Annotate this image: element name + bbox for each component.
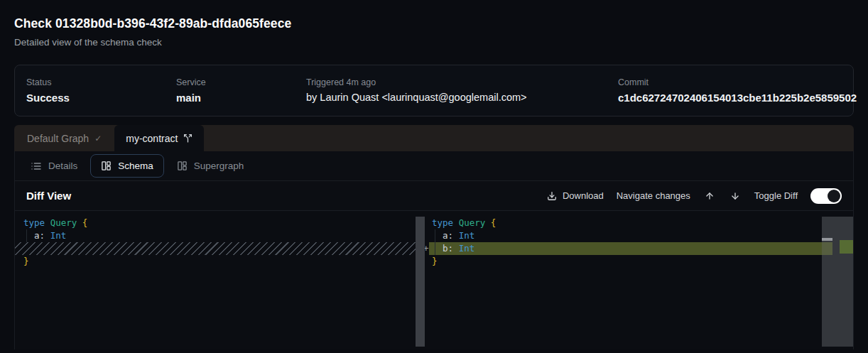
summary-triggered: Triggered 4m ago by Laurin Quast <laurin…: [306, 77, 618, 104]
tab-default-graph[interactable]: Default Graph ✓: [14, 125, 114, 151]
diff-after-code: type Query { a: Int+ b: Int}: [425, 217, 853, 268]
diff-controls: Download Navigate changes: [547, 188, 842, 204]
summary-service: Service main: [176, 77, 306, 104]
layout-icon: [177, 161, 188, 171]
tab-schema-label: Schema: [118, 161, 153, 171]
code-line: }: [15, 255, 425, 268]
check-summary-card: Status Success Service main Triggered 4m…: [14, 65, 854, 116]
summary-commit: Commit c1dc62724702406154013cbe11b225b2e…: [618, 77, 857, 104]
page-subtitle: Detailed view of the schema check: [14, 36, 854, 49]
removed-line-placeholder: [15, 242, 425, 255]
tab-my-contract[interactable]: my-contract: [114, 125, 204, 151]
download-button[interactable]: Download: [547, 190, 604, 201]
download-icon: [547, 191, 557, 201]
diff-before-code: type Query { a: Int}: [15, 217, 425, 268]
triggered-label: Triggered 4m ago: [306, 77, 618, 88]
page: Check 01328b0d-b396-43f2-89ab-dfda065fee…: [0, 0, 868, 349]
diff-pane-before: type Query { a: Int}: [15, 211, 425, 349]
previous-change-button[interactable]: [703, 191, 716, 201]
download-label: Download: [563, 190, 604, 201]
arrow-down-icon: [730, 191, 740, 201]
status-value: Success: [26, 91, 176, 104]
code-line: type Query {: [425, 217, 853, 229]
schema-diff-editor: type Query { a: Int} type Query { a: Int…: [15, 211, 853, 349]
graph-tabbar: Default Graph ✓ my-contract: [14, 125, 854, 151]
diff-view-title: Diff View: [26, 190, 71, 202]
list-icon: [31, 161, 42, 172]
added-code-line: + b: Int: [429, 242, 822, 255]
added-line-plus-sign: +: [425, 242, 429, 255]
check-panel: Details Schema Supergraph: [14, 151, 854, 349]
service-label: Service: [176, 77, 306, 88]
tab-default-graph-label: Default Graph: [27, 133, 89, 144]
service-value: main: [176, 91, 306, 104]
navigate-changes-label: Navigate changes: [617, 190, 690, 201]
toggle-diff-switch[interactable]: [810, 188, 842, 204]
split-icon: [183, 134, 192, 143]
tab-details[interactable]: Details: [22, 151, 86, 181]
code-line: type Query {: [15, 217, 425, 229]
triggered-value: by Laurin Quast <laurinquast@googlemail.…: [306, 91, 618, 104]
toggle-diff-label: Toggle Diff: [754, 190, 798, 201]
scrollbar-thumb[interactable]: [822, 238, 832, 241]
diff-toolbar: Diff View Download Navigate changes: [15, 181, 853, 211]
code-line: }: [425, 255, 853, 268]
next-change-button[interactable]: [729, 191, 742, 201]
added-line-marker: [822, 242, 832, 255]
view-tabs: Details Schema Supergraph: [15, 151, 853, 181]
overview-ruler-added-marker: [840, 240, 853, 254]
summary-status: Status Success: [26, 77, 176, 104]
after-scrollbar[interactable]: [822, 217, 853, 347]
tab-supergraph[interactable]: Supergraph: [168, 151, 253, 181]
layout-icon: [101, 161, 112, 171]
arrow-up-icon: [705, 191, 715, 201]
commit-label: Commit: [618, 77, 857, 88]
status-label: Status: [26, 77, 176, 88]
tab-my-contract-label: my-contract: [126, 133, 178, 144]
before-scrollbar[interactable]: [416, 217, 425, 347]
tab-details-label: Details: [48, 161, 77, 171]
tab-schema[interactable]: Schema: [90, 154, 164, 178]
page-title: Check 01328b0d-b396-43f2-89ab-dfda065fee…: [14, 14, 854, 33]
code-line: a: Int: [425, 229, 853, 242]
check-icon: ✓: [94, 134, 102, 143]
commit-value: c1dc62724702406154013cbe11b225b2e5859502: [618, 91, 857, 104]
code-line: a: Int: [15, 229, 425, 242]
diff-pane-after: type Query { a: Int+ b: Int}: [425, 211, 853, 349]
toggle-knob: [828, 190, 840, 202]
tab-supergraph-label: Supergraph: [194, 161, 244, 171]
